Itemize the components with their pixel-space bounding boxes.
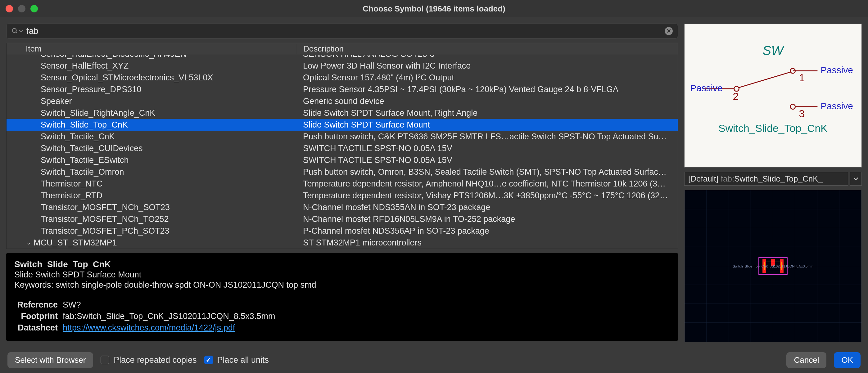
description-cell: Slide Switch SPDT Surface Mount, Right A…	[297, 108, 678, 118]
description-cell: Push button switch, C&K PTS636 SM25F SMT…	[297, 132, 678, 142]
footprint-label: Footprint	[14, 312, 58, 321]
table-row[interactable]: Switch_Slide_Top_CnKSlide Switch SPDT Su…	[6, 119, 678, 131]
table-row[interactable]: Sensor_HallEffect_Diodesinc_AH49ENSENSOR…	[6, 55, 678, 60]
footprint-value: fab:Switch_Slide_Top_CnK_JS102011JCQN_8.…	[63, 312, 670, 321]
chevron-down-icon	[854, 176, 858, 181]
detail-name: Switch_Slide_Top_CnK	[14, 259, 670, 269]
description-cell: Optical Sensor 157.480" (4m) I²C Output	[297, 73, 678, 83]
description-cell: Temperature dependent resistor, Vishay P…	[297, 191, 678, 200]
clear-search-button[interactable]: ✕	[665, 27, 673, 35]
place-all-units-checkbox[interactable]: Place all units	[204, 355, 269, 365]
svg-text:Switch_Slide_Top_CnK: Switch_Slide_Top_CnK	[718, 122, 828, 134]
symbol-table: Item Description Sensor_HallEffect_Diode…	[6, 43, 678, 249]
search-bar[interactable]: ✕	[6, 24, 678, 38]
titlebar: Choose Symbol (19646 items loaded)	[0, 0, 868, 18]
description-cell: N-Channel mosfet RFD16N05LSM9A in TO-252…	[297, 214, 678, 224]
item-cell: Transistor_MOSFET_NCh_TO252	[6, 214, 297, 224]
table-row[interactable]: Switch_Tactile_CnKPush button switch, C&…	[6, 131, 678, 143]
svg-point-12	[790, 104, 795, 109]
table-row[interactable]: Transistor_MOSFET_NCh_SOT23N-Channel mos…	[6, 201, 678, 213]
table-row[interactable]: Switch_Tactile_OmronPush button switch, …	[6, 166, 678, 178]
table-row[interactable]: Sensor_HallEffect_XYZLow Power 3D Hall S…	[6, 60, 678, 72]
svg-text:Passive: Passive	[690, 83, 723, 93]
table-body[interactable]: Sensor_HallEffect_Diodesinc_AH49ENSENSOR…	[6, 55, 678, 249]
table-row[interactable]: Sensor_Optical_STMicroelectronics_VL53L0…	[6, 72, 678, 84]
cancel-button[interactable]: Cancel	[786, 352, 827, 368]
ok-button[interactable]: OK	[834, 352, 861, 368]
datasheet-label: Datasheet	[14, 323, 58, 333]
item-cell: Switch_Tactile_CUIDevices	[6, 144, 297, 153]
footprint-preview: Switch_Slide_Top_CnK_JS102011JCQN_8.5x3.…	[684, 190, 862, 342]
item-cell: Sensor_HallEffect_Diodesinc_AH49EN	[6, 55, 297, 59]
svg-text:Switch_Slide_Top_CnK_JS102011J: Switch_Slide_Top_CnK_JS102011JCQN_8.5x3.…	[733, 265, 813, 268]
column-header-description[interactable]: Description	[297, 44, 678, 54]
table-row[interactable]: Thermistor_RTDTemperature dependent resi…	[6, 190, 678, 201]
table-row[interactable]: Transistor_MOSFET_PCh_SOT23P-Channel mos…	[6, 225, 678, 237]
select-with-browser-button[interactable]: Select with Browser	[7, 352, 93, 368]
window-title: Choose Symbol (19646 items loaded)	[363, 4, 505, 14]
sw-label: SW	[763, 43, 784, 58]
table-row[interactable]: SpeakerGeneric sound device	[6, 95, 678, 107]
footprint-selector: [Default] fab:Switch_Slide_Top_CnK_	[684, 172, 862, 186]
table-row[interactable]: ⌄MCU_ST_STM32MP1ST STM32MP1 microcontrol…	[6, 237, 678, 249]
svg-text:2: 2	[733, 90, 739, 102]
choose-symbol-window: Choose Symbol (19646 items loaded) ✕ Ite…	[0, 0, 868, 373]
item-cell: Sensor_Optical_STMicroelectronics_VL53L0…	[6, 73, 297, 83]
svg-text:Passive: Passive	[820, 65, 853, 75]
svg-text:3: 3	[799, 108, 805, 120]
search-icon	[11, 28, 23, 34]
item-cell: Switch_Tactile_CnK	[6, 132, 297, 142]
minimize-window-button[interactable]	[18, 5, 26, 12]
search-input[interactable]	[26, 26, 665, 36]
item-cell: Switch_Slide_Top_CnK	[6, 120, 297, 130]
item-cell: Switch_Slide_RightAngle_CnK	[6, 108, 297, 118]
table-row[interactable]: Transistor_MOSFET_NCh_TO252N-Channel mos…	[6, 213, 678, 225]
description-cell: P-Channel mosfet NDS356AP in SOT-23 pack…	[297, 226, 678, 236]
description-cell: Low Power 3D Hall Sensor with I2C Interf…	[297, 61, 678, 71]
svg-line-8	[739, 72, 790, 88]
description-cell: N-Channel mosfet NDS355AN in SOT-23 pack…	[297, 203, 678, 212]
column-header-item[interactable]: Item	[6, 44, 297, 54]
svg-text:1: 1	[799, 72, 805, 84]
disclosure-icon[interactable]: ⌄	[26, 239, 31, 246]
description-cell: ST STM32MP1 microcontrollers	[297, 238, 678, 248]
description-cell: Slide Switch SPDT Surface Mount	[297, 120, 678, 130]
item-cell: Switch_Tactile_ESwitch	[6, 155, 297, 165]
table-header: Item Description	[6, 43, 678, 55]
table-row[interactable]: Thermistor_NTCTemperature dependent resi…	[6, 178, 678, 190]
footprint-display[interactable]: [Default] fab:Switch_Slide_Top_CnK_	[684, 172, 848, 186]
item-cell: Speaker	[6, 96, 297, 106]
footer: Select with Browser Place repeated copie…	[0, 347, 868, 373]
close-window-button[interactable]	[6, 5, 13, 12]
footprint-dropdown-button[interactable]	[850, 172, 862, 186]
datasheet-link[interactable]: https://www.ckswitches.com/media/1422/js…	[63, 323, 235, 332]
item-cell: Sensor_HallEffect_XYZ	[6, 61, 297, 71]
checkbox-unchecked-icon	[101, 355, 109, 364]
description-cell: Temperature dependent resistor, Amphenol…	[297, 179, 678, 189]
item-cell: Thermistor_NTC	[6, 179, 297, 189]
window-controls	[6, 5, 38, 12]
item-cell: Switch_Tactile_Omron	[6, 167, 297, 177]
description-cell: Pressure Sensor 4.35PSI ~ 17.4PSI (30kPa…	[297, 85, 678, 94]
item-cell: Thermistor_RTD	[6, 191, 297, 200]
description-cell: Push button switch, Omron, B3SN, Sealed …	[297, 167, 678, 177]
maximize-window-button[interactable]	[30, 5, 38, 12]
item-cell: ⌄MCU_ST_STM32MP1	[6, 238, 297, 248]
description-cell: SWITCH TACTILE SPST-NO 0.05A 15V	[297, 144, 678, 153]
symbol-preview: SW 1 Passive 2 Passive 3 Passive Switch_…	[684, 24, 862, 167]
detail-panel: Switch_Slide_Top_CnK Slide Switch SPDT S…	[6, 253, 678, 341]
svg-text:Passive: Passive	[820, 101, 853, 111]
detail-keywords: Keywords: switch single-pole double-thro…	[14, 280, 670, 290]
svg-line-1	[16, 32, 18, 33]
table-row[interactable]: Switch_Tactile_ESwitchSWITCH TACTILE SPS…	[6, 154, 678, 166]
table-row[interactable]: Switch_Slide_RightAngle_CnKSlide Switch …	[6, 107, 678, 119]
reference-label: Reference	[14, 300, 58, 310]
table-row[interactable]: Switch_Tactile_CUIDevicesSWITCH TACTILE …	[6, 143, 678, 154]
table-row[interactable]: Sensor_Pressure_DPS310Pressure Sensor 4.…	[6, 84, 678, 95]
description-cell: SWITCH TACTILE SPST-NO 0.05A 15V	[297, 155, 678, 165]
place-repeated-checkbox[interactable]: Place repeated copies	[101, 355, 196, 365]
description-cell: Generic sound device	[297, 96, 678, 106]
svg-point-0	[12, 29, 17, 33]
description-cell: SENSOR HALL ANALOG SOT23-3	[297, 55, 678, 59]
item-cell: Transistor_MOSFET_PCh_SOT23	[6, 226, 297, 236]
